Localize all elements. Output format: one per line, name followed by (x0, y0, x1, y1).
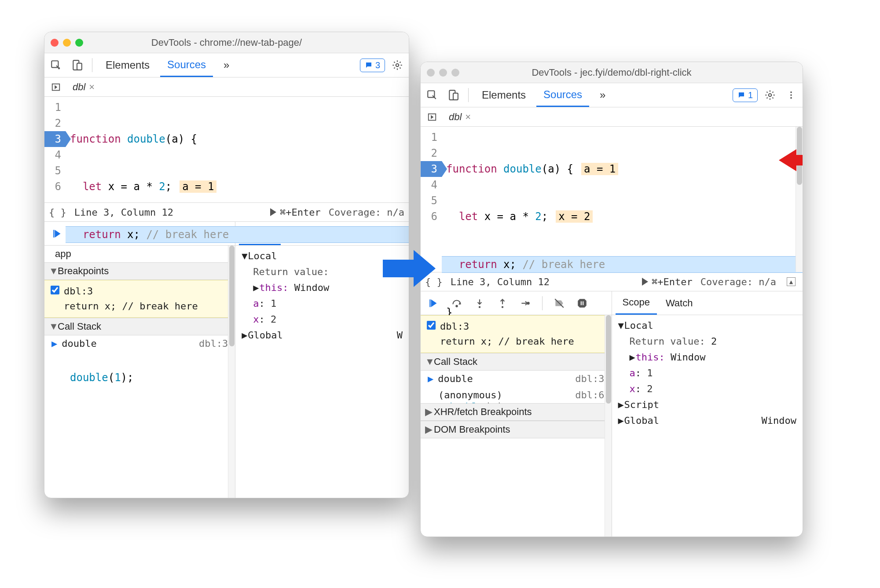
code-editor[interactable]: 1 2 3 4 5 6 function double(a) { let x =… (44, 97, 409, 202)
navigator-toggle-icon[interactable] (47, 78, 65, 96)
issues-badge[interactable]: 1 (733, 88, 758, 102)
tab-overflow[interactable]: » (216, 53, 236, 77)
annotation-red-arrow-icon (728, 131, 772, 158)
breakpoint-item[interactable]: dbl:3 return x; // break here (421, 315, 612, 353)
inline-value: a = 1 (581, 163, 618, 175)
close-icon[interactable]: × (465, 111, 471, 123)
xhr-breakpoints-header[interactable]: ▶XHR/fetch Breakpoints (421, 403, 612, 421)
tab-elements[interactable]: Elements (475, 83, 533, 107)
svg-rect-2 (77, 63, 82, 70)
resume-icon[interactable] (425, 294, 443, 312)
breakpoints-header[interactable]: ▼Breakpoints (44, 262, 235, 280)
scrollbar[interactable] (228, 246, 235, 498)
svg-rect-20 (429, 299, 430, 307)
breakpoint-item[interactable]: dbl:3 return x; // break here (44, 280, 235, 318)
titlebar: DevTools - chrome://new-tab-page/ (44, 32, 409, 53)
code-lines: function double(a) { let x = a * 2;a = 1… (66, 97, 409, 202)
call-stack-frame[interactable]: ▶ double dbl:3 (44, 335, 235, 352)
current-frame-icon: ▶ (51, 338, 57, 349)
call-stack-frame[interactable]: (anonymous) dbl:6 (421, 387, 612, 403)
file-tab-label: dbl (449, 111, 462, 123)
call-stack-header[interactable]: ▼Call Stack (44, 318, 235, 335)
devtools-window-left: DevTools - chrome://new-tab-page/ Elemen… (44, 32, 409, 498)
close-icon[interactable] (427, 69, 435, 77)
line-gutter: 1 2 3 4 5 6 (44, 97, 66, 202)
tab-elements[interactable]: Elements (99, 53, 157, 77)
close-icon[interactable] (51, 39, 59, 47)
minimize-icon[interactable] (63, 39, 71, 47)
dom-breakpoints-header[interactable]: ▶DOM Breakpoints (421, 421, 612, 438)
inspect-icon[interactable] (423, 86, 441, 104)
inspect-icon[interactable] (47, 56, 65, 74)
maximize-icon[interactable] (75, 39, 83, 47)
device-toolbar-icon[interactable] (68, 56, 86, 74)
code-editor[interactable]: 1 2 3 4 5 6 function double(a) {a = 1 le… (421, 127, 803, 272)
current-frame-icon: ▶ (428, 373, 433, 384)
file-tabs: dbl × (421, 107, 803, 127)
devtools-tabs: Elements Sources » 1 (421, 83, 803, 107)
file-tab-dbl[interactable]: dbl × (67, 80, 100, 95)
gear-icon[interactable] (761, 86, 779, 104)
breakpoint-checkbox[interactable] (427, 321, 436, 330)
tab-sources[interactable]: Sources (536, 83, 589, 107)
breakpoint-checkbox[interactable] (51, 286, 59, 294)
scrollbar[interactable] (605, 315, 612, 537)
navigator-toggle-icon[interactable] (423, 108, 441, 126)
debugger-left-panel: app ▼Breakpoints dbl:3 return x; // brea… (44, 222, 235, 498)
devtools-tabs: Elements Sources » 3 (44, 53, 409, 77)
svg-point-16 (790, 92, 792, 93)
window-title: DevTools - jec.fyi/demo/dbl-right-click (471, 67, 752, 78)
inline-value: x = 2 (556, 210, 593, 223)
close-icon[interactable]: × (89, 81, 95, 93)
window-controls (427, 69, 471, 77)
svg-point-18 (790, 97, 792, 99)
more-icon[interactable] (782, 86, 800, 104)
device-toolbar-icon[interactable] (444, 86, 462, 104)
gear-icon[interactable] (389, 56, 406, 74)
svg-point-3 (396, 64, 399, 67)
maximize-icon[interactable] (451, 69, 459, 77)
minimize-icon[interactable] (439, 69, 447, 77)
file-tab-dbl[interactable]: dbl × (444, 110, 476, 125)
format-icon[interactable]: { } (49, 207, 66, 218)
debugger-left-panel: dbl:3 return x; // break here ▼Call Stac… (421, 291, 612, 537)
titlebar: DevTools - jec.fyi/demo/dbl-right-click (421, 62, 803, 83)
call-stack-header[interactable]: ▼Call Stack (421, 353, 612, 371)
window-controls (51, 39, 95, 47)
list-item[interactable]: app (44, 246, 235, 262)
svg-point-15 (769, 94, 772, 97)
issues-badge[interactable]: 3 (360, 59, 385, 72)
svg-rect-5 (53, 230, 54, 237)
inline-value: a = 1 (180, 180, 216, 193)
resume-icon[interactable] (49, 225, 66, 243)
file-tab-label: dbl (73, 81, 85, 93)
svg-point-17 (790, 94, 792, 96)
file-tabs: dbl × (44, 77, 409, 97)
annotation-blue-arrow-icon (383, 246, 436, 290)
code-lines: function double(a) {a = 1 let x = a * 2;… (442, 127, 803, 272)
svg-rect-14 (453, 93, 458, 100)
devtools-window-right: DevTools - jec.fyi/demo/dbl-right-click … (420, 62, 803, 537)
issues-count: 3 (375, 60, 380, 70)
tab-sources[interactable]: Sources (160, 53, 213, 77)
window-title: DevTools - chrome://new-tab-page/ (95, 37, 359, 48)
call-stack-frame[interactable]: ▶ double dbl:3 (421, 371, 612, 387)
tab-overflow[interactable]: » (593, 83, 612, 107)
issues-count: 1 (748, 90, 753, 100)
